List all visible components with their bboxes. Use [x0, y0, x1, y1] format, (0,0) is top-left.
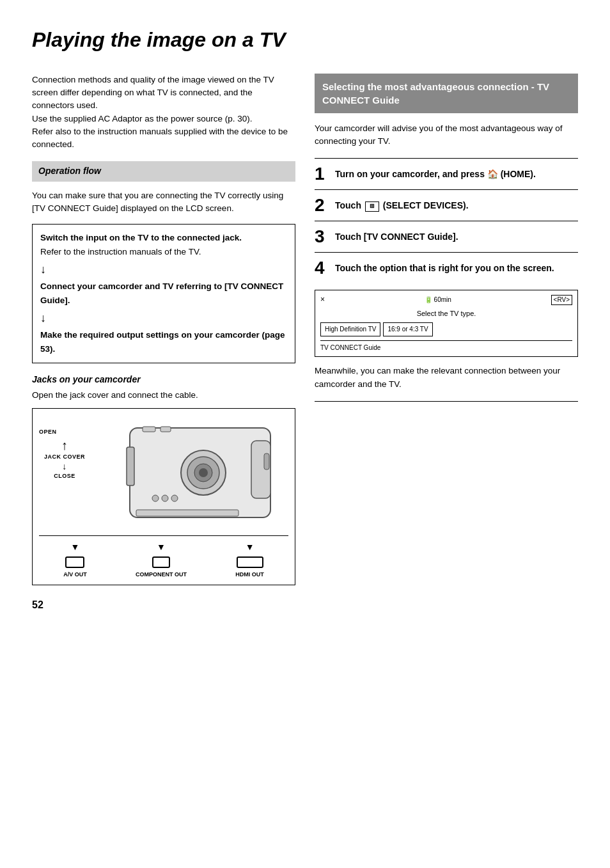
camcorder-diagram: OPEN ↑ JACK COVER ↓ CLOSE: [32, 408, 295, 585]
camcorder-svg: [91, 415, 283, 530]
svg-rect-9: [136, 510, 239, 516]
step-2-number: 2: [315, 196, 329, 214]
step-4-text: Touch the option that is right for you o…: [335, 259, 554, 275]
flow-line1: Switch the input on the TV to the connec…: [40, 231, 287, 245]
close-label: CLOSE: [54, 472, 75, 480]
meanwhile-text: Meanwhile, you can make the relevant con…: [315, 365, 578, 391]
intro-text: Connection methods and quality of the im…: [32, 74, 295, 152]
left-column: Connection methods and quality of the im…: [32, 74, 295, 585]
home-icon: 🏠: [487, 168, 498, 181]
step-1-number: 1: [315, 165, 329, 183]
svg-point-4: [199, 468, 208, 477]
step-2-text: Touch ⊞ (SELECT DEVICES).: [335, 196, 469, 212]
camcorder-ports: ▼ A/V OUT ▼ COMPONENT OUT ▼ HDMI OUT: [39, 535, 288, 578]
flow-box: Switch the input on the TV to the connec…: [32, 224, 295, 363]
component-arrow-icon: ▼: [157, 541, 166, 554]
right-column: Selecting the most advantageous connecti…: [315, 74, 578, 585]
step-3-text: Touch [TV CONNECT Guide].: [335, 228, 458, 244]
up-arrow-icon: ↑: [61, 439, 68, 452]
svg-rect-8: [160, 427, 171, 432]
down-arrow-icon: ↓: [62, 462, 67, 471]
jacks-heading: Jacks on your camcorder: [32, 374, 295, 386]
screen-header-right: <RV>: [551, 295, 572, 305]
step-4: 4 Touch the option that is right for you…: [315, 252, 578, 283]
step-3: 3 Touch [TV CONNECT Guide].: [315, 221, 578, 252]
open-label: OPEN: [39, 429, 57, 435]
av-arrow-icon: ▼: [70, 541, 79, 554]
jack-cover-label: JACK COVER: [44, 453, 85, 461]
flow-line4: Make the required output settings on you…: [40, 328, 287, 356]
step-4-number: 4: [315, 259, 329, 277]
av-out-label: A/V OUT: [63, 571, 87, 579]
step-3-number: 3: [315, 228, 329, 246]
select-devices-icon: ⊞: [365, 201, 379, 212]
step-1-text: Turn on your camcorder, and press 🏠 (HOM…: [335, 165, 536, 181]
screen-buttons: High Definition TV 16:9 or 4:3 TV: [320, 322, 572, 336]
svg-point-11: [162, 495, 168, 501]
page-title: Playing the image on a TV: [32, 26, 578, 54]
flow-line3: Connect your camcorder and TV referring …: [40, 280, 287, 307]
flow-line2: Refer to the instruction manuals of the …: [40, 245, 287, 259]
screen-battery-icon: 🔋 60min: [425, 296, 451, 304]
operation-flow-text: You can make sure that you are connectin…: [32, 189, 295, 216]
svg-point-12: [171, 495, 178, 501]
component-out-port: ▼ COMPONENT OUT: [136, 541, 187, 578]
hdmi-out-label: HDMI OUT: [235, 571, 264, 579]
flow-arrow2: ↓: [40, 309, 287, 327]
jacks-text: Open the jack cover and connect the cabl…: [32, 390, 295, 402]
select-box-heading: Selecting the most advantageous connecti…: [315, 74, 578, 113]
av-out-port: ▼ A/V OUT: [63, 541, 87, 578]
component-port-shape: [152, 556, 170, 568]
svg-rect-6: [127, 447, 134, 485]
jack-labels: OPEN ↑ JACK COVER ↓ CLOSE: [39, 415, 91, 530]
guide-intro: Your camcorder will advise you of the mo…: [315, 122, 578, 148]
hd-tv-button[interactable]: High Definition TV: [320, 322, 380, 336]
screen-mockup: × 🔋 60min <RV> Select the TV type. High …: [315, 290, 578, 357]
sd-tv-button[interactable]: 16:9 or 4:3 TV: [383, 322, 432, 336]
page-number: 52: [32, 598, 578, 612]
av-port-shape: [65, 556, 84, 568]
screen-header: × 🔋 60min <RV>: [320, 294, 572, 305]
screen-close-icon: ×: [320, 294, 325, 305]
screen-footer: TV CONNECT Guide: [320, 340, 572, 352]
screen-body-text: Select the TV type.: [320, 309, 572, 319]
operation-flow-heading: Operation flow: [32, 161, 295, 182]
component-out-label: COMPONENT OUT: [136, 571, 187, 579]
step-2: 2 Touch ⊞ (SELECT DEVICES).: [315, 189, 578, 221]
flow-arrow1: ↓: [40, 260, 287, 279]
bottom-divider: [315, 401, 578, 402]
svg-rect-13: [264, 454, 269, 470]
hdmi-out-port: ▼ HDMI OUT: [235, 541, 264, 578]
hdmi-port-shape: [237, 556, 263, 568]
hdmi-arrow-icon: ▼: [246, 541, 254, 554]
svg-rect-7: [143, 427, 155, 432]
step-1: 1 Turn on your camcorder, and press 🏠 (H…: [315, 158, 578, 189]
svg-point-10: [152, 495, 159, 501]
